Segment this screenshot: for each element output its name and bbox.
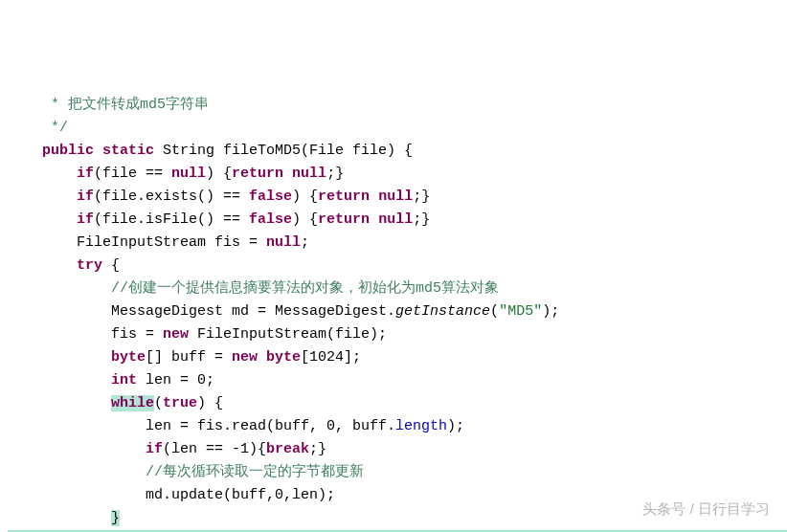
code-text: len = 0; (137, 372, 214, 388)
keyword: new (163, 326, 189, 343)
comment: //每次循环读取一定的字节都更新 (8, 464, 364, 480)
brace-selected: } (111, 510, 120, 526)
code-text: (len == -1){ (163, 441, 266, 457)
code-text: ; (301, 234, 309, 251)
code-text: (file == (94, 166, 171, 182)
code-text (8, 349, 111, 366)
string: "MD5" (499, 303, 542, 320)
code-text (8, 510, 111, 526)
code-text: len = fis.read(buff, 0, buff. (8, 418, 395, 434)
keyword: false (249, 211, 292, 228)
keyword: null (378, 211, 413, 228)
code-text (258, 349, 266, 366)
code-text: (file.exists() == (94, 188, 249, 205)
keyword: null (292, 166, 326, 182)
keyword: new (232, 349, 258, 366)
code-text: ) { (206, 166, 232, 182)
keyword: null (171, 166, 206, 182)
code-text: ) { (197, 395, 223, 411)
keyword: if (77, 166, 94, 182)
code-text: ;} (413, 211, 430, 228)
code-text: fis = (8, 326, 163, 343)
code-text: ;} (413, 188, 430, 205)
code-text: (file.isFile() == (94, 211, 249, 228)
keyword: return (318, 211, 370, 228)
code-text (8, 257, 77, 274)
code-text: FileInputStream(file); (189, 326, 387, 343)
keyword: if (77, 211, 94, 228)
code-text: ) { (292, 211, 318, 228)
code-text: [1024]; (301, 349, 361, 366)
comment: * 把文件转成md5字符串 (8, 97, 209, 113)
keyword: if (77, 188, 94, 205)
code-text: String fileToMD5(File file) { (154, 143, 413, 159)
keyword: return (232, 166, 283, 182)
code-text (8, 372, 111, 388)
keyword: static (102, 143, 154, 159)
static-call: getInstance (395, 303, 490, 320)
code-text: ( (490, 303, 499, 320)
code-text: { (102, 257, 120, 274)
keyword: false (249, 188, 292, 205)
code-text: [] buff = (146, 349, 232, 366)
code-text: ); (542, 303, 559, 320)
keyword: null (378, 188, 413, 205)
field: length (395, 418, 447, 434)
keyword: true (163, 395, 197, 411)
code-text (8, 441, 146, 457)
code-text (8, 188, 77, 205)
code-text (8, 395, 111, 411)
keyword: int (111, 372, 137, 388)
code-editor[interactable]: * 把文件转成md5字符串 */ public static String fi… (0, 92, 787, 532)
keyword-selected: while (111, 395, 154, 411)
code-text: md.update(buff,0,len); (8, 487, 335, 503)
comment: //创建一个提供信息摘要算法的对象，初始化为md5算法对象 (8, 280, 499, 297)
code-text: ) { (292, 188, 318, 205)
keyword: break (266, 441, 309, 457)
comment: */ (8, 120, 68, 136)
keyword: if (146, 441, 163, 457)
keyword: null (266, 234, 301, 251)
code-text: ;} (309, 441, 326, 457)
code-text: FileInputStream fis = (8, 234, 266, 251)
code-text (8, 211, 77, 228)
keyword: try (77, 257, 102, 274)
keyword: return (318, 188, 370, 205)
keyword: byte (266, 349, 301, 366)
code-text (8, 166, 77, 182)
code-text: ;} (326, 166, 344, 182)
code-text: ( (154, 395, 163, 411)
keyword: public (42, 143, 94, 159)
keyword: byte (111, 349, 146, 366)
code-text: MessageDigest md = MessageDigest. (8, 303, 395, 320)
code-text: ); (447, 418, 464, 434)
